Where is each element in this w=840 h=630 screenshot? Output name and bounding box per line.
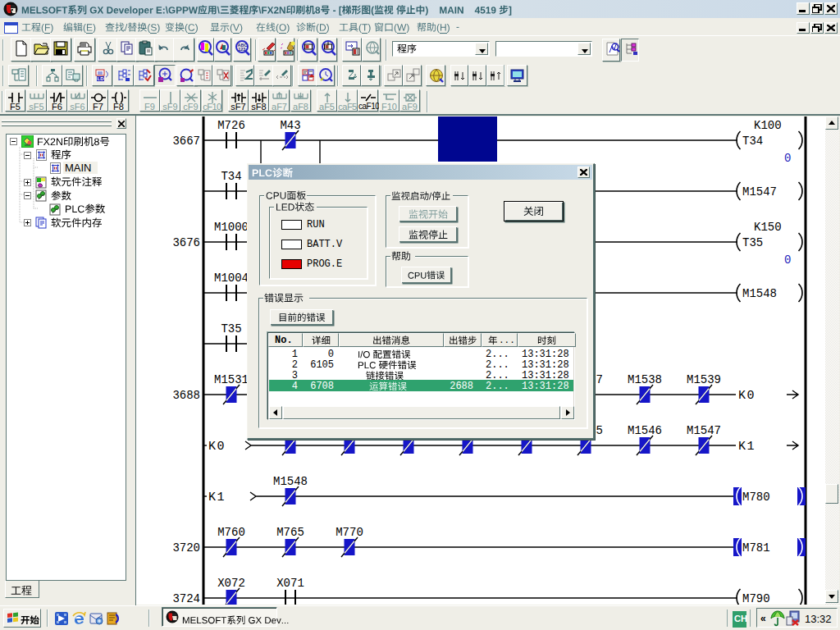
svg-text:M781: M781 <box>742 541 770 555</box>
svg-text:M1548: M1548 <box>273 475 308 488</box>
svg-text:3688: 3688 <box>172 389 200 402</box>
svg-text:0: 0 <box>784 253 791 267</box>
svg-text:M1531: M1531 <box>214 373 249 386</box>
svg-text:M1004: M1004 <box>214 272 249 285</box>
svg-text:T35: T35 <box>742 236 763 249</box>
svg-text:X071: X071 <box>276 577 304 590</box>
svg-text:M1547: M1547 <box>687 424 721 437</box>
svg-text:3667: 3667 <box>172 135 200 148</box>
svg-text:3676: 3676 <box>172 236 200 249</box>
svg-text:M1546: M1546 <box>628 424 662 437</box>
svg-text:K0: K0 <box>208 440 226 454</box>
svg-text:M765: M765 <box>276 526 304 539</box>
svg-text:K100: K100 <box>754 119 782 132</box>
svg-text:M43: M43 <box>280 119 300 132</box>
svg-text:M770: M770 <box>336 526 363 539</box>
svg-text:M1000: M1000 <box>214 221 249 234</box>
svg-text:T35: T35 <box>221 322 241 336</box>
svg-text:X072: X072 <box>217 577 245 590</box>
svg-text:M780: M780 <box>742 491 770 504</box>
svg-text:K1: K1 <box>738 440 756 454</box>
svg-text:3724: 3724 <box>172 592 200 605</box>
svg-text:M1548: M1548 <box>742 287 777 300</box>
svg-text:LD: LD <box>98 76 105 81</box>
svg-text:K150: K150 <box>754 221 782 234</box>
svg-text:M726: M726 <box>217 119 245 132</box>
svg-text:0: 0 <box>784 152 791 165</box>
svg-text:M760: M760 <box>217 526 245 539</box>
svg-text:K1: K1 <box>208 491 226 504</box>
svg-text:M1539: M1539 <box>687 373 721 386</box>
svg-text:T34: T34 <box>221 170 241 183</box>
svg-text:K0: K0 <box>738 389 756 403</box>
svg-text:T34: T34 <box>742 135 763 148</box>
svg-text:3720: 3720 <box>172 541 200 555</box>
svg-text:M790: M790 <box>742 592 770 605</box>
svg-text:123: 123 <box>238 47 245 52</box>
svg-text:M1547: M1547 <box>742 185 777 199</box>
svg-text:M1538: M1538 <box>628 373 662 386</box>
